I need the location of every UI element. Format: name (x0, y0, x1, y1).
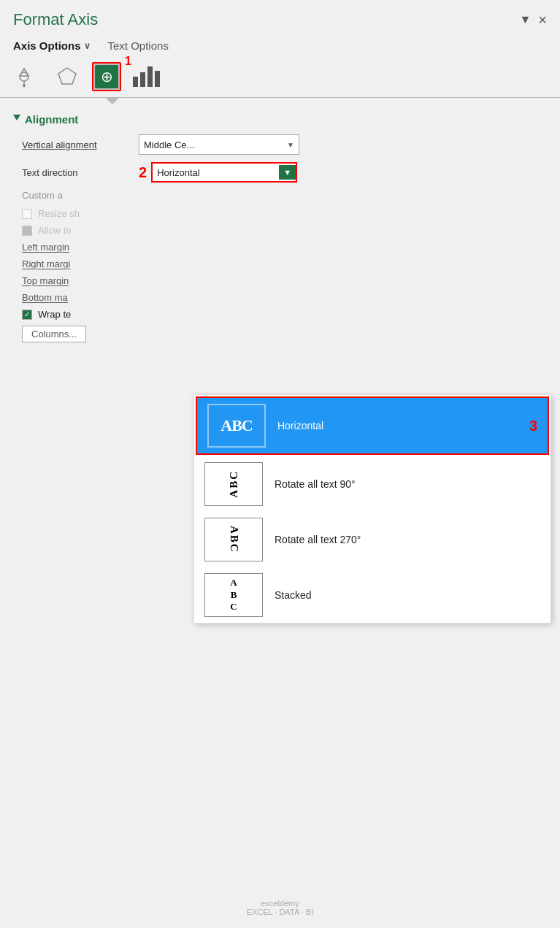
wrap-text-label: Wrap te (38, 309, 71, 320)
close-icon[interactable]: × (538, 12, 547, 28)
bar4 (155, 71, 160, 87)
rotate90-abc-icon: ABC (228, 470, 240, 498)
wrap-text-checkbox[interactable]: ✓ (22, 310, 32, 320)
stacked-icon-box: ABC (204, 573, 263, 617)
text-direction-value: Horizontal (157, 167, 279, 178)
watermark: exceldemy EXCEL · DATA · BI (247, 899, 314, 916)
text-direction-row: Text direction 2 Horizontal ▼ (13, 162, 547, 183)
tabs-row: Axis Options ∨ Text Options (0, 35, 560, 58)
svg-marker-3 (22, 85, 26, 88)
panel-header-icons: ▼ × (519, 12, 547, 28)
rotate90-label: Rotate all text 90° (275, 478, 356, 490)
tab-text-options[interactable]: Text Options (108, 39, 169, 52)
resize-checkbox[interactable] (22, 209, 32, 219)
rotate270-abc-icon: ABC (228, 526, 240, 553)
svg-marker-4 (58, 68, 76, 84)
panel-title: Format Axis (13, 10, 98, 29)
horizontal-label: Horizontal (277, 420, 323, 432)
text-direction-dropdown-menu: ABC Horizontal 3 ABC Rotate all text 90°… (193, 394, 551, 624)
bottom-margin-label: Bottom ma (22, 292, 139, 303)
top-margin-label: Top margin (22, 275, 139, 286)
badge-3: 3 (529, 418, 537, 434)
vertical-alignment-label: Vertical alignment (22, 139, 139, 150)
bar-chart-icon (133, 66, 160, 87)
allow-text-label: Allow te (38, 225, 72, 236)
left-margin-row: Left margin (13, 242, 547, 253)
menu-item-horizontal[interactable]: ABC Horizontal 3 (196, 396, 549, 455)
svg-point-1 (20, 72, 28, 81)
text-direction-dropdown[interactable]: Horizontal ▼ (151, 162, 297, 183)
bar2 (140, 72, 145, 87)
triangle-pointer-icon (106, 98, 119, 104)
alignment-section: Alignment Vertical alignment Middle Ce..… (0, 104, 560, 342)
wrap-text-row: ✓ Wrap te (13, 309, 547, 320)
badge-2: 2 (139, 164, 147, 181)
move-icon: ⊕ (95, 65, 118, 88)
rotate270-icon-box: ABC (204, 518, 263, 561)
section-expand-icon[interactable] (13, 115, 20, 124)
dropdown-arrow-icon[interactable]: ▼ (519, 13, 531, 26)
watermark-tagline: EXCEL · DATA · BI (247, 908, 314, 916)
stacked-label: Stacked (275, 589, 312, 601)
menu-item-rotate90[interactable]: ABC Rotate all text 90° (194, 456, 551, 512)
custom-angle-label: Custom a (22, 190, 139, 201)
right-margin-label: Right margi (22, 258, 139, 269)
vertical-alignment-dropdown[interactable]: Middle Ce... ▼ (139, 134, 299, 155)
rotate90-icon-box: ABC (204, 462, 263, 506)
icons-row: ⊕ 1 (0, 58, 560, 91)
pentagon-icon-button[interactable] (53, 62, 82, 91)
columns-button[interactable]: Columns... (22, 326, 86, 342)
right-margin-row: Right margi (13, 258, 547, 269)
columns-row: Columns... (13, 326, 547, 342)
checkmark-icon: ✓ (24, 310, 30, 318)
menu-item-rotate270[interactable]: ABC Rotate all text 270° (194, 512, 551, 567)
paint-icon-button[interactable] (13, 62, 42, 91)
left-margin-label: Left margin (22, 242, 139, 253)
axis-options-chevron: ∨ (84, 41, 91, 51)
top-margin-row: Top margin (13, 275, 547, 286)
allow-text-checkbox[interactable] (22, 226, 32, 236)
text-direction-label: Text direction (22, 167, 139, 178)
vertical-alignment-row: Vertical alignment Middle Ce... ▼ (13, 134, 547, 155)
axis-move-icon-button[interactable]: ⊕ (92, 62, 121, 91)
horizontal-abc-icon: ABC (220, 416, 252, 435)
alignment-section-title: Alignment (25, 113, 78, 126)
move-icon-wrapper: ⊕ 1 (92, 62, 121, 91)
rotate270-label: Rotate all text 270° (275, 534, 361, 545)
allow-text-row: Allow te (13, 225, 547, 236)
badge-1: 1 (125, 55, 131, 68)
bar-chart-icon-button[interactable] (131, 62, 161, 91)
bar1 (133, 77, 138, 87)
menu-item-stacked[interactable]: ABC Stacked (194, 567, 551, 623)
bar3 (147, 66, 153, 87)
paint-bucket-icon (17, 66, 39, 88)
dropdown-green-arrow-icon: ▼ (279, 165, 296, 180)
bottom-margin-row: Bottom ma (13, 292, 547, 303)
format-axis-panel: Format Axis ▼ × Axis Options ∨ Text Opti… (0, 0, 560, 928)
axis-options-label: Axis Options (13, 39, 81, 52)
tab-axis-options[interactable]: Axis Options ∨ (13, 39, 91, 52)
resize-row: Resize sh (13, 208, 547, 219)
panel-header: Format Axis ▼ × (0, 0, 560, 35)
vertical-alignment-value: Middle Ce... (144, 139, 287, 150)
horizontal-icon-box: ABC (207, 404, 266, 448)
move-icon-cross: ⊕ (101, 69, 113, 84)
chevron-down-icon: ▼ (287, 141, 294, 149)
custom-angle-row: Custom a (13, 190, 547, 201)
watermark-logo: exceldemy (261, 899, 299, 908)
stacked-abc-icon: ABC (230, 577, 237, 614)
resize-label: Resize sh (38, 208, 80, 219)
triangle-pointer-container (0, 98, 560, 104)
pentagon-icon (56, 66, 78, 88)
alignment-section-header: Alignment (13, 113, 547, 126)
